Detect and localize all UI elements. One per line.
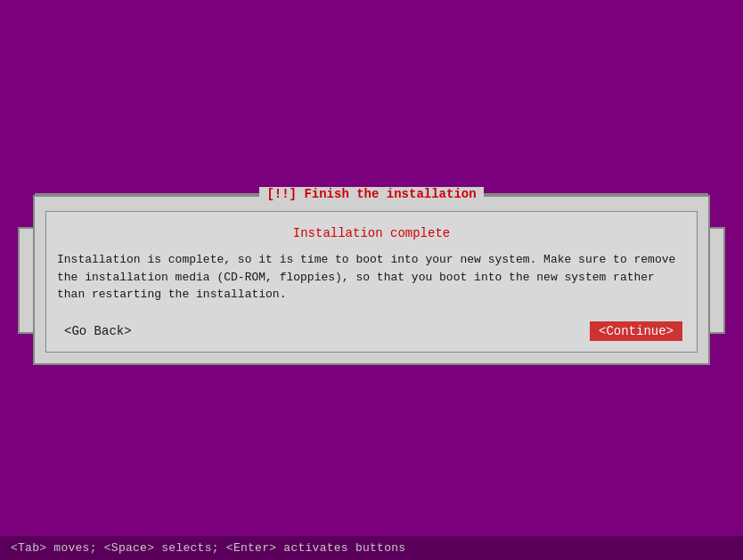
dialog-outer: [!!] Finish the installation Installatio… bbox=[33, 195, 710, 365]
bottom-bar-text: <Tab> moves; <Space> selects; <Enter> ac… bbox=[11, 541, 405, 555]
dialog-wrapper: [!!] Finish the installation Installatio… bbox=[33, 195, 710, 365]
dialog-buttons: <Go Back> <Continue> bbox=[57, 321, 686, 341]
bottom-bar: <Tab> moves; <Space> selects; <Enter> ac… bbox=[0, 536, 743, 560]
dialog-title: [!!] Finish the installation bbox=[259, 187, 483, 201]
dialog-body-text: Installation is complete, so it is time … bbox=[57, 251, 686, 304]
continue-button[interactable]: <Continue> bbox=[590, 321, 682, 341]
dialog-inner: Installation complete Installation is co… bbox=[45, 211, 698, 353]
right-decoration bbox=[707, 227, 725, 334]
installation-complete-title: Installation complete bbox=[57, 226, 686, 240]
dialog-title-bar: [!!] Finish the installation bbox=[35, 187, 708, 201]
go-back-button[interactable]: <Go Back> bbox=[61, 322, 135, 340]
title-line-right bbox=[484, 193, 708, 195]
title-line-left bbox=[35, 193, 259, 195]
